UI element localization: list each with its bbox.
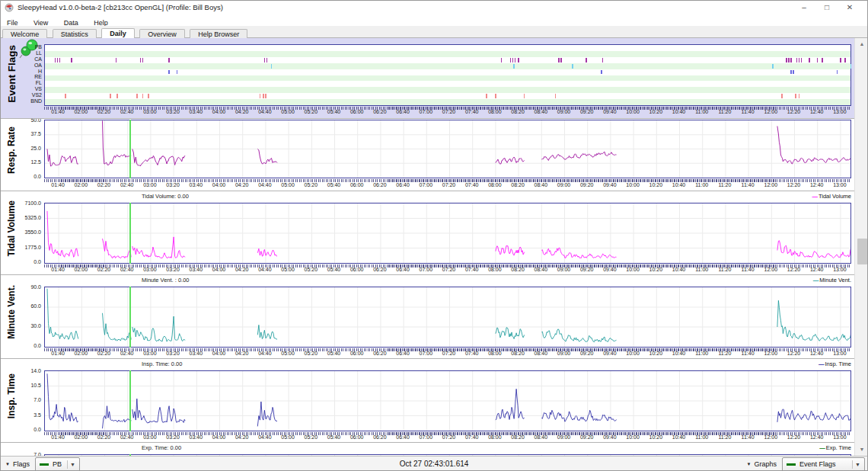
event-tick-ca — [844, 58, 846, 62]
event-tick-ca — [142, 58, 144, 62]
close-button[interactable]: ✕ — [838, 1, 861, 14]
time-tick-label: 04:40 — [252, 351, 278, 356]
flag-row-label: OA — [1, 62, 42, 69]
time-tick-label: 09:40 — [597, 434, 623, 440]
time-tick-label: 05:40 — [321, 351, 347, 356]
time-tick-label: 03:20 — [160, 182, 186, 187]
event-tick-vs2 — [116, 94, 118, 98]
time-tick-label: 02:00 — [68, 267, 94, 272]
time-tick-label: 12:40 — [804, 182, 830, 187]
time-tick-label: 08:20 — [505, 182, 531, 187]
flag-row — [45, 45, 850, 51]
time-tick-label: 06:00 — [344, 182, 370, 187]
event-tick-h — [790, 70, 792, 75]
time-tick-label: 10:40 — [666, 267, 692, 272]
event-tick-h — [601, 70, 602, 75]
insp-timeplot[interactable] — [44, 370, 851, 431]
tab-bar: Welcome Statistics Daily Overview Help B… — [1, 26, 867, 38]
chart-minute-vent: Minute Vent. Minute Vent. : 0.00 —Minute… — [1, 274, 854, 358]
event-tick-vs2 — [110, 94, 111, 98]
time-tick-label: 10:00 — [620, 267, 646, 272]
event-tick-ca — [817, 58, 819, 62]
scrollbar-up-button[interactable]: ▲ — [855, 38, 868, 50]
event-tick-oa — [850, 64, 852, 69]
graphs-area: Event Flags PBLLCAOAHREFLVSVS2BND01:4002… — [1, 38, 854, 456]
time-tick-label: 07:00 — [413, 109, 439, 114]
flag-row — [45, 99, 850, 105]
flag-row-label: LL — [1, 50, 42, 56]
event-tick-ca — [266, 58, 268, 62]
y-tick-label: 0.0 — [14, 343, 41, 348]
time-tick-label: 08:20 — [505, 351, 531, 356]
event-tick-oa — [513, 64, 515, 69]
time-tick-label: 12:20 — [781, 109, 807, 114]
event-tick-ca — [515, 58, 516, 62]
time-tick-label: 03:40 — [183, 267, 209, 272]
time-tick-label: 04:40 — [252, 267, 278, 272]
time-tick-label: 03:00 — [137, 351, 163, 356]
event-tick-h — [793, 70, 794, 75]
time-tick-label: 11:40 — [735, 351, 761, 356]
time-tick-label: 03:20 — [160, 351, 186, 356]
time-tick-label: 02:00 — [68, 109, 94, 114]
event-tick-ca — [501, 58, 503, 62]
time-tick-label: 08:20 — [505, 109, 531, 114]
time-tick-label: 08:00 — [482, 182, 508, 187]
event-tick-ca — [602, 58, 604, 62]
time-tick-label: 10:00 — [620, 182, 646, 187]
time-tick-label: 04:20 — [229, 351, 255, 356]
time-tick-label: 12:00 — [758, 351, 783, 356]
resp-rateplot[interactable] — [44, 120, 851, 178]
y-tick-label: 10.5 — [14, 383, 41, 388]
time-tick-label: 10:00 — [620, 351, 646, 356]
time-tick-label: 07:00 — [413, 351, 439, 356]
chart-exp-time-legend: —Exp. Time — [819, 444, 851, 451]
time-tick-label: 05:20 — [298, 267, 324, 272]
event-tick-vs2 — [142, 94, 144, 98]
time-tick-label: 12:00 — [758, 109, 783, 114]
time-tick-label: 09:00 — [551, 351, 577, 356]
event-tick-ca — [59, 58, 61, 62]
minute-vent-plot[interactable] — [44, 287, 851, 348]
chart-insp-time-legend: —Insp. Time — [819, 360, 851, 367]
event-tick-h — [837, 70, 838, 75]
event-tick-vs2 — [136, 94, 138, 98]
time-tick-label: 08:40 — [528, 267, 554, 272]
chart-insp-time: Insp. Time Insp. Time: 0.00 —Insp. Time … — [1, 358, 854, 442]
time-tick-label: 05:00 — [275, 434, 301, 440]
time-tick-label: 01:40 — [45, 182, 71, 187]
time-tick-label: 08:00 — [482, 109, 508, 114]
event-tick-vs2 — [799, 94, 800, 98]
time-tick-label: 04:40 — [252, 182, 278, 187]
tidal-volumeplot[interactable] — [44, 203, 851, 264]
time-tick-label: 02:20 — [91, 351, 117, 356]
event-flags-plot[interactable] — [44, 44, 851, 106]
time-tick-label: 07:20 — [436, 182, 462, 187]
time-tick-label: 07:00 — [413, 182, 439, 187]
y-tick-label: 7.0 — [14, 397, 41, 402]
time-tick-label: 03:20 — [160, 434, 186, 440]
graphs-toggle[interactable]: ▼Graphs — [747, 460, 777, 468]
time-tick-label: 08:00 — [482, 351, 508, 356]
time-tick-label: 10:40 — [666, 434, 692, 440]
event-tick-h — [177, 70, 178, 75]
flag-row-label: VS — [1, 86, 42, 92]
time-tick-label: 06:40 — [390, 267, 416, 272]
time-tick-label: 07:40 — [459, 267, 485, 272]
maximize-button[interactable]: □ — [815, 1, 838, 14]
chart-tidal-volume-value: Tidal Volume: 0.00 — [142, 193, 189, 200]
title-bar[interactable]: SleepyHead v1.0.0-beta-2 [cb213cc OpenGL… — [1, 1, 867, 14]
event-tick-ca — [840, 58, 841, 62]
minimize-button[interactable]: – — [793, 1, 815, 14]
event-tick-vs2 — [524, 94, 525, 98]
time-tick-label: 06:40 — [390, 434, 416, 440]
graphs-combobox[interactable]: Event Flags ▼ — [782, 457, 865, 471]
time-tick-label: 05:40 — [321, 434, 347, 440]
scrollbar-down-button[interactable]: ▼ — [855, 444, 868, 456]
scrollbar-thumb[interactable] — [857, 239, 867, 264]
time-cursor-line — [129, 120, 131, 178]
time-tick-label: 06:00 — [344, 267, 370, 272]
time-tick-label: 11:20 — [712, 182, 738, 187]
time-tick-label: 07:40 — [459, 109, 485, 114]
vertical-scrollbar[interactable]: ▲ ▼ — [854, 38, 868, 456]
